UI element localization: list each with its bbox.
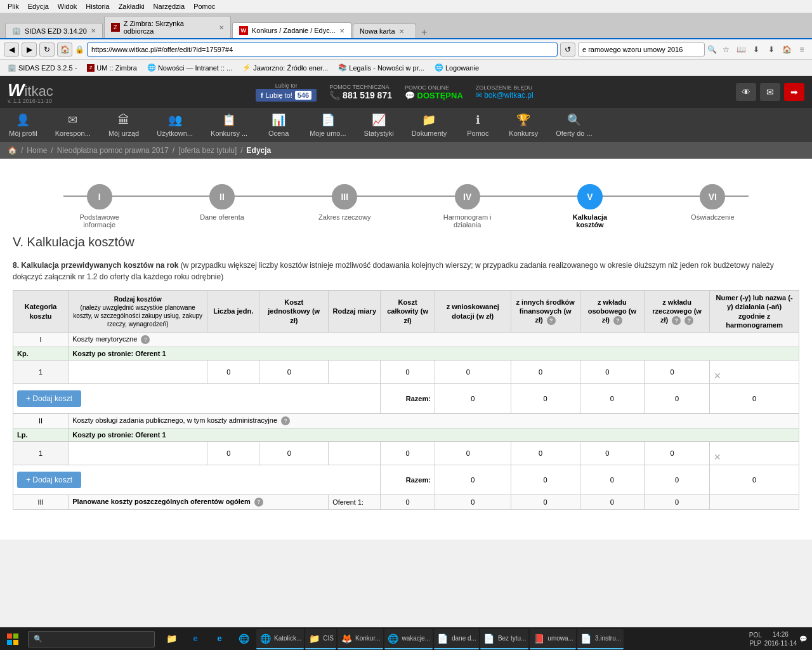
- nav-moje-umo[interactable]: 📄 Moje umo...: [301, 108, 355, 142]
- tab-sidas[interactable]: 🏢 SIDAS EZD 3.14.20 ✕: [5, 23, 103, 38]
- miary-II-1[interactable]: [329, 442, 381, 465]
- help-icon-cat-II[interactable]: ?: [281, 416, 290, 425]
- rodzaj-text-II-1[interactable]: [72, 449, 203, 457]
- menu-historia[interactable]: Historia: [82, 1, 113, 11]
- menu-widok[interactable]: Widok: [54, 1, 81, 11]
- dotacja-input-II-1[interactable]: [439, 449, 507, 457]
- add-cost-btn-II[interactable]: + Dodaj koszt: [17, 472, 81, 488]
- miary-I-1[interactable]: [329, 361, 381, 384]
- add-cost-btn-I[interactable]: + Dodaj koszt: [17, 390, 81, 407]
- rodzaj-input-I-1[interactable]: [69, 361, 207, 384]
- koszt-jedn-II-1[interactable]: [259, 442, 329, 465]
- menu-icon[interactable]: ≡: [796, 43, 808, 56]
- menu-pomoc[interactable]: Pomoc: [190, 1, 219, 11]
- nav-dokumenty[interactable]: 📁 Dokumenty: [403, 108, 456, 142]
- download-icon[interactable]: ⬇: [765, 43, 778, 56]
- tab-witkac[interactable]: W Konkurs / Zadanie / Edyc... ✕: [232, 22, 351, 38]
- step-4[interactable]: IV Harmonogram i działania: [406, 184, 528, 229]
- koszt-jedn-input-I-1[interactable]: [263, 368, 324, 376]
- step-6[interactable]: VI Oświadczenie: [652, 184, 774, 221]
- nav-uzytkown[interactable]: 👥 Użytkown...: [148, 108, 202, 142]
- tab-close-zimbra[interactable]: ✕: [219, 24, 224, 31]
- bookmark-star-icon[interactable]: ☆: [719, 43, 732, 56]
- inne-input-I-1[interactable]: [515, 368, 576, 376]
- forward-button[interactable]: ▶: [22, 43, 37, 56]
- home-button[interactable]: 🏠: [57, 43, 72, 56]
- dzialania-II-1[interactable]: ✕: [710, 442, 799, 465]
- dzialania-input-I-1[interactable]: [714, 363, 795, 371]
- step-2[interactable]: II Dane oferenta: [160, 184, 283, 221]
- bookmark-logowanie[interactable]: 🌐 Logowanie: [431, 62, 483, 73]
- tab-zimbra[interactable]: Z Z Zimbra: Skrzynka odbiorcza ✕: [104, 16, 231, 38]
- nav-pomoc[interactable]: ℹ Pomoc: [455, 108, 500, 142]
- nav-moj-urzad[interactable]: 🏛 Mój urząd: [100, 108, 148, 142]
- osobowy-input-I-1[interactable]: [584, 368, 640, 376]
- koszt-jedn-input-II-1[interactable]: [263, 449, 324, 457]
- new-tab-button[interactable]: +: [417, 27, 431, 38]
- nav-korespon[interactable]: ✉ Korespon...: [46, 108, 100, 142]
- breadcrumb-konkurs-link[interactable]: Nieodpłatna pomoc prawna 2017: [57, 146, 169, 155]
- step-5[interactable]: V Kalkulacja kosztów: [528, 184, 651, 229]
- remove-row-II-1[interactable]: ✕: [714, 452, 721, 462]
- liczba-II-1[interactable]: [207, 442, 259, 465]
- osobowy-II-1[interactable]: [580, 442, 644, 465]
- inne-I-1[interactable]: [511, 361, 580, 384]
- tab-close-sidas[interactable]: ✕: [91, 27, 96, 34]
- pocket-icon[interactable]: ⬇: [750, 43, 763, 56]
- dzialania-I-1[interactable]: ✕: [710, 361, 799, 384]
- nav-konkursy2[interactable]: 🏆 Konkursy: [500, 108, 547, 142]
- breadcrumb-home[interactable]: 🏠: [8, 146, 17, 155]
- breadcrumb-oferta-link[interactable]: [oferta bez tytułu]: [178, 146, 237, 155]
- bookmark-legalis[interactable]: 📚 Legalis - Nowości w pr...: [334, 62, 428, 73]
- miary-input-II-1[interactable]: [332, 449, 376, 457]
- rzeczowy-I-1[interactable]: [645, 361, 710, 384]
- remove-row-I-1[interactable]: ✕: [714, 371, 721, 381]
- help-icon-cat-I[interactable]: ?: [141, 335, 150, 344]
- reader-icon[interactable]: 📖: [735, 43, 747, 56]
- rzeczowy-input-I-1[interactable]: [648, 368, 705, 376]
- nav-konkursy[interactable]: 📋 Konkursy ...: [202, 108, 256, 142]
- menu-plik[interactable]: Plik: [4, 1, 23, 11]
- dotacja-input-I-1[interactable]: [439, 368, 507, 376]
- tab-close-witkac[interactable]: ✕: [339, 27, 344, 34]
- search-input[interactable]: [578, 43, 705, 56]
- refresh-button[interactable]: ↺: [560, 43, 575, 56]
- menu-narzedzia[interactable]: Narzędzia: [150, 1, 189, 11]
- back-button[interactable]: ◀: [4, 43, 19, 56]
- facebook-button[interactable]: f Lubię to! 546: [256, 89, 317, 102]
- help-icon-rzeczowy-2[interactable]: ?: [684, 316, 693, 325]
- address-input[interactable]: [87, 43, 558, 56]
- tab-close-new[interactable]: ✕: [399, 28, 404, 35]
- help-icon-inne[interactable]: ?: [547, 316, 556, 325]
- nav-statystyki[interactable]: 📈 Statystyki: [355, 108, 403, 142]
- mail-icon-btn[interactable]: ✉: [760, 83, 780, 101]
- menu-zakladki[interactable]: Zakładki: [115, 1, 148, 11]
- breadcrumb-home-link[interactable]: Home: [27, 146, 47, 155]
- bookmark-sidas[interactable]: 🏢 SIDAS EZD 3.2.5 -: [4, 62, 81, 73]
- rzeczowy-II-1[interactable]: [645, 442, 710, 465]
- nav-oferty[interactable]: 🔍 Oferty do ...: [547, 108, 601, 142]
- firefox-home-icon[interactable]: 🏠: [780, 43, 793, 56]
- tab-new[interactable]: Nowa karta ✕: [353, 23, 416, 38]
- liczba-input-II-1[interactable]: [211, 449, 255, 457]
- logout-icon-btn[interactable]: ➡: [784, 83, 804, 101]
- osobowy-I-1[interactable]: [580, 361, 644, 384]
- rodzaj-text-I-1[interactable]: [72, 368, 203, 376]
- nav-ocena[interactable]: 📊 Ocena: [256, 108, 301, 142]
- liczba-I-1[interactable]: [207, 361, 259, 384]
- help-icon-rzeczowy-1[interactable]: ?: [672, 316, 681, 325]
- rodzaj-input-II-1[interactable]: [69, 442, 207, 465]
- help-icon-cat-III[interactable]: ?: [254, 498, 263, 507]
- nav-moj-profil[interactable]: 👤 Mój profil: [0, 108, 46, 142]
- eye-icon-btn[interactable]: 👁: [736, 83, 756, 101]
- liczba-input-I-1[interactable]: [211, 368, 255, 376]
- rzeczowy-input-II-1[interactable]: [648, 449, 705, 457]
- inne-input-II-1[interactable]: [515, 449, 576, 457]
- bookmark-jaworzno[interactable]: ⚡ Jaworzno: Źródło ener...: [239, 62, 332, 73]
- dzialania-input-II-1[interactable]: [714, 444, 795, 452]
- bookmark-zimbra[interactable]: Z UM :: Zimbra: [83, 63, 141, 73]
- menu-edycja[interactable]: Edycja: [24, 1, 53, 11]
- koszt-jedn-I-1[interactable]: [259, 361, 329, 384]
- step-1[interactable]: I Podstawowe informacje: [38, 184, 160, 229]
- help-icon-osobowy[interactable]: ?: [613, 316, 622, 325]
